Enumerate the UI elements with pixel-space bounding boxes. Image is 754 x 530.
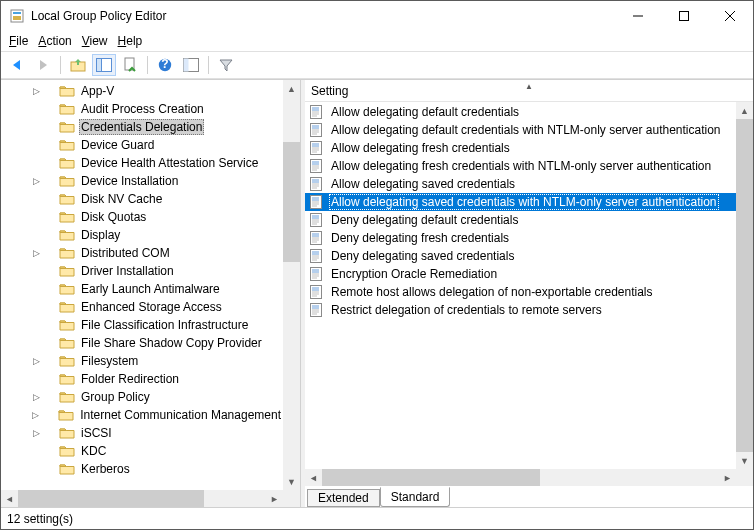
list-vertical-scrollbar[interactable]: ▲ ▼ bbox=[736, 102, 753, 469]
forward-button[interactable] bbox=[31, 54, 55, 76]
expand-icon[interactable]: ▷ bbox=[29, 248, 43, 258]
tree-item-display[interactable]: Display bbox=[1, 226, 283, 244]
folder-icon bbox=[59, 263, 75, 279]
setting-item[interactable]: Allow delegating default credentials bbox=[305, 103, 736, 121]
setting-item[interactable]: Encryption Oracle Remediation bbox=[305, 265, 736, 283]
tree-item-file-classification-infrastructure[interactable]: File Classification Infrastructure bbox=[1, 316, 283, 334]
setting-item[interactable]: Remote host allows delegation of non-exp… bbox=[305, 283, 736, 301]
properties-button[interactable] bbox=[179, 54, 203, 76]
tree-item-driver-installation[interactable]: Driver Installation bbox=[1, 262, 283, 280]
setting-icon bbox=[309, 104, 325, 120]
tree-item-disk-nv-cache[interactable]: Disk NV Cache bbox=[1, 190, 283, 208]
setting-item[interactable]: Deny delegating default credentials bbox=[305, 211, 736, 229]
tree-item-disk-quotas[interactable]: Disk Quotas bbox=[1, 208, 283, 226]
tree-item-app-v[interactable]: ▷App-V bbox=[1, 82, 283, 100]
folder-icon bbox=[59, 101, 75, 117]
show-hide-tree-button[interactable] bbox=[92, 54, 116, 76]
tree-item-kerberos[interactable]: Kerberos bbox=[1, 460, 283, 478]
close-button[interactable] bbox=[707, 1, 753, 31]
setting-item[interactable]: Deny delegating saved credentials bbox=[305, 247, 736, 265]
column-setting-label: Setting bbox=[311, 84, 348, 98]
column-setting: ▲ Setting bbox=[305, 84, 753, 98]
tree-item-audit-process-creation[interactable]: Audit Process Creation bbox=[1, 100, 283, 118]
setting-icon bbox=[309, 248, 325, 264]
folder-icon bbox=[59, 83, 75, 99]
setting-item[interactable]: Deny delegating fresh credentials bbox=[305, 229, 736, 247]
tree-item-group-policy[interactable]: ▷Group Policy bbox=[1, 388, 283, 406]
folder-icon bbox=[59, 245, 75, 261]
expand-icon[interactable]: ▷ bbox=[29, 410, 42, 420]
folder-icon bbox=[59, 137, 75, 153]
scroll-left-icon[interactable]: ◄ bbox=[1, 490, 18, 507]
up-button[interactable] bbox=[66, 54, 90, 76]
list-header[interactable]: ▲ Setting bbox=[305, 80, 753, 102]
tree-item-label: Distributed COM bbox=[79, 246, 172, 260]
tree-item-distributed-com[interactable]: ▷Distributed COM bbox=[1, 244, 283, 262]
minimize-button[interactable] bbox=[615, 1, 661, 31]
folder-icon bbox=[59, 317, 75, 333]
tree-item-internet-communication-management[interactable]: ▷Internet Communication Management bbox=[1, 406, 283, 424]
tree[interactable]: ▷App-VAudit Process CreationCredentials … bbox=[1, 80, 300, 507]
setting-label: Encryption Oracle Remediation bbox=[329, 267, 499, 281]
titlebar: Local Group Policy Editor bbox=[1, 1, 753, 31]
tree-item-device-health-attestation-service[interactable]: Device Health Attestation Service bbox=[1, 154, 283, 172]
folder-icon bbox=[59, 461, 75, 477]
setting-label: Allow delegating fresh credentials bbox=[329, 141, 512, 155]
tree-item-label: Device Guard bbox=[79, 138, 156, 152]
setting-label: Remote host allows delegation of non-exp… bbox=[329, 285, 655, 299]
setting-item[interactable]: Allow delegating default credentials wit… bbox=[305, 121, 736, 139]
settings-list[interactable]: Allow delegating default credentialsAllo… bbox=[305, 102, 753, 486]
menu-view[interactable]: View bbox=[82, 34, 108, 48]
tree-item-enhanced-storage-access[interactable]: Enhanced Storage Access bbox=[1, 298, 283, 316]
expand-icon[interactable]: ▷ bbox=[29, 392, 43, 402]
setting-item[interactable]: Allow delegating saved credentials bbox=[305, 175, 736, 193]
maximize-button[interactable] bbox=[661, 1, 707, 31]
tab-standard[interactable]: Standard bbox=[380, 487, 451, 507]
tree-item-label: Internet Communication Management bbox=[78, 408, 283, 422]
tree-item-kdc[interactable]: KDC bbox=[1, 442, 283, 460]
expand-icon[interactable]: ▷ bbox=[29, 356, 43, 366]
folder-icon bbox=[59, 173, 75, 189]
folder-icon bbox=[59, 299, 75, 315]
back-button[interactable] bbox=[5, 54, 29, 76]
folder-icon bbox=[59, 371, 75, 387]
expand-icon[interactable]: ▷ bbox=[29, 176, 43, 186]
tree-item-device-guard[interactable]: Device Guard bbox=[1, 136, 283, 154]
tree-item-credentials-delegation[interactable]: Credentials Delegation bbox=[1, 118, 283, 136]
scroll-right-icon[interactable]: ► bbox=[266, 490, 283, 507]
scroll-down-icon[interactable]: ▼ bbox=[283, 473, 300, 490]
export-list-button[interactable] bbox=[118, 54, 142, 76]
scroll-up-icon[interactable]: ▲ bbox=[283, 80, 300, 97]
list-horizontal-scrollbar[interactable]: ◄ ► bbox=[305, 469, 736, 486]
tree-horizontal-scrollbar[interactable]: ◄ ► bbox=[1, 490, 283, 507]
menu-help[interactable]: Help bbox=[118, 34, 143, 48]
expand-icon[interactable]: ▷ bbox=[29, 428, 43, 438]
folder-icon bbox=[59, 425, 75, 441]
tree-item-device-installation[interactable]: ▷Device Installation bbox=[1, 172, 283, 190]
folder-icon bbox=[59, 227, 75, 243]
setting-item[interactable]: Allow delegating fresh credentials with … bbox=[305, 157, 736, 175]
tree-item-early-launch-antimalware[interactable]: Early Launch Antimalware bbox=[1, 280, 283, 298]
setting-item[interactable]: Allow delegating saved credentials with … bbox=[305, 193, 736, 211]
setting-label: Allow delegating default credentials bbox=[329, 105, 521, 119]
tree-item-label: Disk NV Cache bbox=[79, 192, 164, 206]
help-button[interactable]: ? bbox=[153, 54, 177, 76]
tree-item-folder-redirection[interactable]: Folder Redirection bbox=[1, 370, 283, 388]
expand-icon[interactable]: ▷ bbox=[29, 86, 43, 96]
tree-item-filesystem[interactable]: ▷Filesystem bbox=[1, 352, 283, 370]
setting-label: Allow delegating saved credentials bbox=[329, 177, 517, 191]
tab-extended[interactable]: Extended bbox=[307, 489, 380, 507]
tree-vertical-scrollbar[interactable]: ▲ ▼ bbox=[283, 80, 300, 490]
menu-action[interactable]: Action bbox=[38, 34, 71, 48]
folder-icon bbox=[59, 155, 75, 171]
tree-item-label: App-V bbox=[79, 84, 116, 98]
filter-button[interactable] bbox=[214, 54, 238, 76]
setting-item[interactable]: Restrict delegation of credentials to re… bbox=[305, 301, 736, 319]
setting-item[interactable]: Allow delegating fresh credentials bbox=[305, 139, 736, 157]
menu-file[interactable]: File bbox=[9, 34, 28, 48]
tree-item-file-share-shadow-copy-provider[interactable]: File Share Shadow Copy Provider bbox=[1, 334, 283, 352]
tree-item-iscsi[interactable]: ▷iSCSI bbox=[1, 424, 283, 442]
tree-item-label: Group Policy bbox=[79, 390, 152, 404]
tree-item-label: Disk Quotas bbox=[79, 210, 148, 224]
folder-icon bbox=[59, 443, 75, 459]
